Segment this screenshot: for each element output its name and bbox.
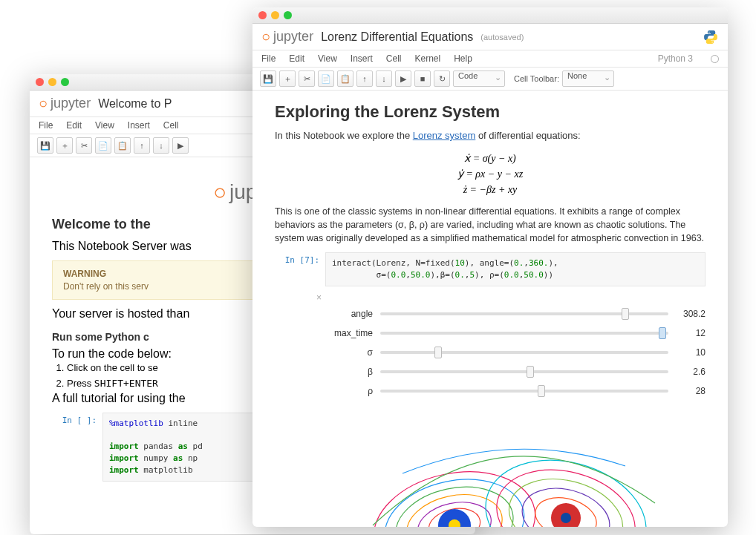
notebook-body: Exploring the Lorenz System In this Note…: [252, 91, 728, 527]
save-button[interactable]: 💾: [260, 70, 276, 87]
interact-widgets: × angle 308.2 max_time 12 σ 10 β 2.6: [275, 286, 706, 407]
menu-view[interactable]: View: [318, 53, 337, 64]
slider-label: β: [328, 367, 373, 377]
kernel-indicator-icon: [711, 55, 719, 63]
svg-point-14: [561, 513, 571, 523]
equations: ẋ = σ(y − x) ẏ = ρx − y − xz ż = −βz + x…: [275, 151, 706, 197]
slider-value: 12: [676, 328, 706, 338]
notebook-title[interactable]: Welcome to P: [98, 97, 172, 111]
move-down-button[interactable]: ↓: [376, 70, 392, 87]
slider-sigma[interactable]: [380, 351, 668, 354]
paste-button[interactable]: 📋: [114, 137, 131, 154]
slider-row-maxtime: max_time 12: [328, 324, 706, 343]
notebook-title[interactable]: Lorenz Differential Equations: [321, 30, 473, 44]
menu-edit[interactable]: Edit: [289, 53, 304, 64]
cut-button[interactable]: ✂: [299, 70, 315, 87]
titlebar: [252, 7, 728, 24]
cell-toolbar-select[interactable]: None: [562, 70, 614, 87]
code-input[interactable]: interact(Lorenz, N=fixed(10), angle=(0.,…: [325, 252, 706, 286]
minimize-traffic-light[interactable]: [48, 78, 56, 86]
warning-body: Don't rely on this serv: [63, 281, 149, 292]
slider-value: 308.2: [676, 309, 706, 319]
slider-label: ρ: [328, 386, 373, 396]
save-button[interactable]: 💾: [37, 137, 53, 154]
add-cell-button[interactable]: ＋: [279, 70, 296, 87]
page-title: Exploring the Lorenz System: [275, 102, 706, 122]
slider-beta[interactable]: [380, 370, 668, 373]
move-down-button[interactable]: ↓: [153, 137, 169, 154]
copy-button[interactable]: 📄: [95, 137, 111, 154]
copy-button[interactable]: 📄: [318, 70, 334, 87]
run-button[interactable]: ▶: [172, 137, 189, 154]
menu-help[interactable]: Help: [454, 53, 472, 64]
slider-angle[interactable]: [380, 312, 668, 315]
slider-value: 28: [676, 386, 706, 396]
close-icon[interactable]: ×: [316, 292, 706, 303]
menu-cell[interactable]: Cell: [163, 120, 179, 131]
autosave-status: (autosaved): [480, 33, 524, 42]
slider-label: max_time: [328, 328, 373, 338]
lorenz-attractor-plot: [328, 414, 685, 527]
paste-button[interactable]: 📋: [337, 70, 353, 87]
lorenz-link[interactable]: Lorenz system: [413, 130, 476, 141]
slider-value: 10: [676, 347, 706, 358]
menu-file[interactable]: File: [39, 120, 53, 131]
input-prompt: In [ ]:: [52, 413, 102, 482]
jupyter-logo: ○jupyter: [39, 95, 91, 112]
slider-rho[interactable]: [380, 390, 668, 393]
notebook-header: ○jupyter Lorenz Differential Equations (…: [252, 24, 728, 50]
move-up-button[interactable]: ↑: [134, 137, 150, 154]
menu-cell[interactable]: Cell: [386, 53, 402, 64]
python-logo-icon: [703, 29, 719, 45]
description-text: This is one of the classic systems in no…: [275, 205, 706, 245]
menu-edit[interactable]: Edit: [66, 120, 82, 131]
slider-row-angle: angle 308.2: [328, 304, 706, 324]
slider-row-sigma: σ 10: [328, 343, 706, 362]
slider-label: angle: [328, 309, 373, 319]
minimize-traffic-light[interactable]: [271, 11, 279, 19]
slider-row-beta: β 2.6: [328, 362, 706, 381]
menu-kernel[interactable]: Kernel: [415, 53, 441, 64]
zoom-traffic-light[interactable]: [284, 11, 292, 19]
slider-value: 2.6: [676, 367, 706, 377]
menu-file[interactable]: File: [261, 53, 276, 64]
jupyter-logo: ○jupyter: [261, 28, 313, 45]
kernel-name: Python 3: [658, 53, 693, 64]
zoom-traffic-light[interactable]: [61, 78, 69, 86]
restart-button[interactable]: ↻: [434, 70, 450, 87]
cut-button[interactable]: ✂: [76, 137, 92, 154]
add-cell-button[interactable]: ＋: [56, 137, 73, 154]
toolbar: 💾 ＋ ✂ 📄 📋 ↑ ↓ ▶ ■ ↻ Code Cell Toolbar: N…: [252, 68, 728, 91]
menubar: File Edit View Insert Cell Kernel Help P…: [252, 50, 728, 68]
slider-row-rho: ρ 28: [328, 381, 706, 401]
code-cell[interactable]: In [7]: interact(Lorenz, N=fixed(10), an…: [275, 252, 706, 286]
run-button[interactable]: ▶: [395, 70, 411, 87]
stop-button[interactable]: ■: [414, 70, 431, 87]
cell-type-select[interactable]: Code: [453, 70, 505, 87]
foreground-window: ○jupyter Lorenz Differential Equations (…: [252, 7, 728, 527]
slider-label: σ: [328, 347, 373, 358]
close-traffic-light[interactable]: [258, 11, 267, 19]
intro-text: In this Notebook we explore the Lorenz s…: [275, 129, 706, 143]
slider-maxtime[interactable]: [380, 332, 668, 335]
move-up-button[interactable]: ↑: [356, 70, 373, 87]
input-prompt: In [7]:: [275, 252, 325, 286]
cell-toolbar-label: Cell Toolbar:: [514, 74, 559, 83]
close-traffic-light[interactable]: [36, 78, 44, 86]
menu-insert[interactable]: Insert: [128, 120, 150, 131]
menu-view[interactable]: View: [95, 120, 114, 131]
menu-insert[interactable]: Insert: [351, 53, 373, 64]
